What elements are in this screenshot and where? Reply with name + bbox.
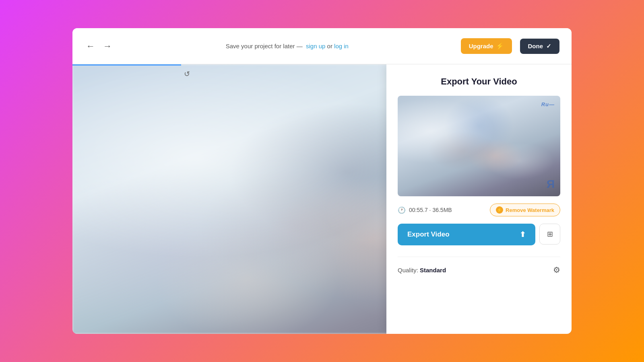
upgrade-button[interactable]: Upgrade ⚡: [461, 38, 512, 54]
reload-icon[interactable]: ↺: [181, 68, 192, 80]
upload-icon: ⬆: [520, 230, 526, 239]
meta-row: 🕐 00:55.7 · 36.5MB ⚡ Remove Watermark: [398, 204, 560, 216]
grid-plus-icon: ⊞: [547, 230, 553, 239]
watermark-text-overlay: Ru—: [541, 101, 555, 107]
back-button[interactable]: ←: [85, 39, 97, 53]
export-title: Export Your Video: [398, 76, 560, 87]
save-text-area: Save your project for later — sign up or…: [122, 43, 453, 49]
video-preview-inner: [398, 96, 560, 196]
progress-bar: [72, 64, 181, 66]
rw-bolt-icon: ⚡: [496, 206, 503, 214]
divider: [398, 257, 560, 257]
video-meta: 🕐 00:55.7 · 36.5MB: [398, 206, 452, 214]
app-container: ← → Save your project for later — sign u…: [72, 28, 572, 334]
quality-label: Quality: Standard: [398, 267, 446, 274]
main-area: ↺ Export Your Video Ru— Я 🕐 00:55.7 · 36…: [72, 64, 572, 334]
done-button[interactable]: Done ✓: [520, 39, 560, 54]
clock-icon: 🕐: [398, 206, 406, 214]
video-preview: Ru— Я: [398, 96, 560, 196]
bolt-icon: ⚡: [496, 42, 504, 50]
quality-settings-button[interactable]: ⚙: [553, 265, 560, 275]
forward-button[interactable]: →: [101, 39, 114, 53]
checkmark-icon: ✓: [546, 43, 551, 50]
export-video-label: Export Video: [407, 230, 450, 239]
signup-link[interactable]: sign up: [306, 43, 325, 49]
export-actions: Export Video ⬆ ⊞: [398, 224, 560, 245]
upgrade-label: Upgrade: [469, 43, 493, 49]
login-link[interactable]: log in: [334, 43, 349, 49]
remove-watermark-label: Remove Watermark: [506, 207, 554, 213]
or-text: or: [327, 43, 334, 49]
top-bar: ← → Save your project for later — sign u…: [72, 28, 572, 64]
export-video-button[interactable]: Export Video ⬆: [398, 224, 535, 245]
done-label: Done: [528, 43, 543, 49]
quality-value: Standard: [420, 267, 446, 274]
remove-watermark-button[interactable]: ⚡ Remove Watermark: [490, 204, 560, 216]
video-duration-size: 00:55.7 · 36.5MB: [409, 207, 452, 213]
nav-buttons: ← →: [85, 39, 114, 53]
export-extra-button[interactable]: ⊞: [539, 224, 560, 245]
save-prompt: Save your project for later —: [226, 43, 304, 49]
gear-icon: ⚙: [553, 265, 560, 274]
watermark-corner-overlay: Я: [547, 178, 555, 191]
export-panel: Export Your Video Ru— Я 🕐 00:55.7 · 36.5…: [386, 64, 572, 334]
quality-row: Quality: Standard ⚙: [398, 265, 560, 275]
